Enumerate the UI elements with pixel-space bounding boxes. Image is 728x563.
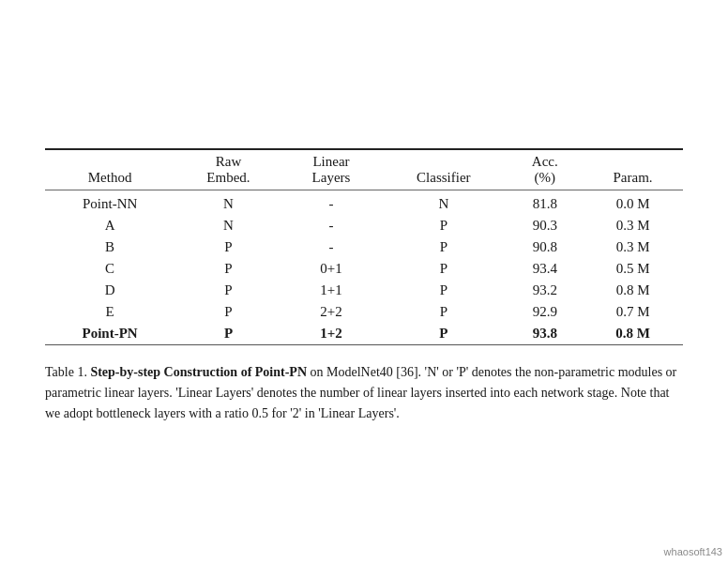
param-cell: 0.5 M [583, 258, 683, 280]
col-acc-header: Acc.(%) [507, 149, 583, 190]
table-wrapper: Method RawEmbed. LinearLayers Classifier… [45, 148, 683, 345]
linear-layers-cell: 1+2 [282, 323, 380, 345]
watermark: whaosoft143 [664, 546, 722, 557]
classifier-cell: P [380, 258, 507, 280]
col-linear-layers-header: LinearLayers [282, 149, 380, 190]
raw-embed-cell: P [174, 280, 281, 301]
raw-embed-cell: N [174, 215, 281, 236]
method-cell: D [45, 280, 174, 301]
col-classifier-header: Classifier [380, 149, 507, 190]
method-cell: C [45, 258, 174, 280]
param-cell: 0.3 M [583, 215, 683, 236]
classifier-cell: N [380, 190, 507, 216]
linear-layers-cell: - [282, 190, 380, 216]
table-row: EP2+2P92.90.7 M [45, 301, 683, 323]
acc-cell: 93.4 [507, 258, 583, 280]
table-row: CP0+1P93.40.5 M [45, 258, 683, 280]
param-cell: 0.0 M [583, 190, 683, 216]
linear-layers-cell: 1+1 [282, 280, 380, 301]
classifier-cell: P [380, 236, 507, 258]
acc-cell: 92.9 [507, 301, 583, 323]
raw-embed-cell: N [174, 190, 281, 216]
method-cell: E [45, 301, 174, 323]
table-caption: Table 1. Step-by-step Construction of Po… [45, 362, 683, 423]
acc-cell: 81.8 [507, 190, 583, 216]
results-table: Method RawEmbed. LinearLayers Classifier… [45, 148, 683, 345]
method-cell: B [45, 236, 174, 258]
col-method-header: Method [45, 149, 174, 190]
table-row: DP1+1P93.20.8 M [45, 280, 683, 301]
main-container: Method RawEmbed. LinearLayers Classifier… [26, 120, 702, 442]
classifier-cell: P [380, 280, 507, 301]
raw-embed-cell: P [174, 323, 281, 345]
linear-layers-cell: 0+1 [282, 258, 380, 280]
acc-cell: 90.8 [507, 236, 583, 258]
raw-embed-cell: P [174, 301, 281, 323]
table-row: Point-NNN-N81.80.0 M [45, 190, 683, 216]
caption-label: Table 1. [45, 365, 87, 379]
acc-cell: 93.2 [507, 280, 583, 301]
raw-embed-cell: P [174, 258, 281, 280]
table-row: Point-PNP1+2P93.80.8 M [45, 323, 683, 345]
linear-layers-cell: - [282, 236, 380, 258]
method-cell: Point-PN [45, 323, 174, 345]
linear-layers-cell: 2+2 [282, 301, 380, 323]
acc-cell: 90.3 [507, 215, 583, 236]
method-cell: Point-NN [45, 190, 174, 216]
table-row: AN-P90.30.3 M [45, 215, 683, 236]
classifier-cell: P [380, 215, 507, 236]
header-row-top: Method RawEmbed. LinearLayers Classifier… [45, 149, 683, 190]
param-cell: 0.8 M [583, 323, 683, 345]
linear-layers-cell: - [282, 215, 380, 236]
classifier-cell: P [380, 301, 507, 323]
param-cell: 0.8 M [583, 280, 683, 301]
caption-bold-title: Step-by-step Construction of Point-PN [90, 365, 307, 379]
method-cell: A [45, 215, 174, 236]
raw-embed-cell: P [174, 236, 281, 258]
param-cell: 0.3 M [583, 236, 683, 258]
acc-cell: 93.8 [507, 323, 583, 345]
col-raw-embed-header: RawEmbed. [174, 149, 281, 190]
table-row: BP-P90.80.3 M [45, 236, 683, 258]
param-cell: 0.7 M [583, 301, 683, 323]
classifier-cell: P [380, 323, 507, 345]
col-param-header: Param. [583, 149, 683, 190]
